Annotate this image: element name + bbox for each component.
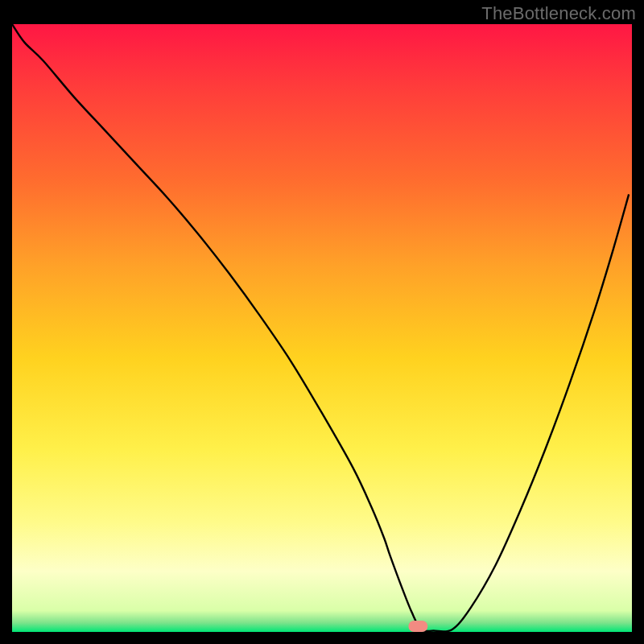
chart-frame: TheBottleneck.com (0, 0, 644, 644)
plot-area (12, 24, 632, 632)
plot-svg (12, 24, 632, 632)
optimal-marker (408, 621, 427, 632)
watermark-text: TheBottleneck.com (481, 3, 636, 24)
gradient-background (12, 24, 632, 632)
